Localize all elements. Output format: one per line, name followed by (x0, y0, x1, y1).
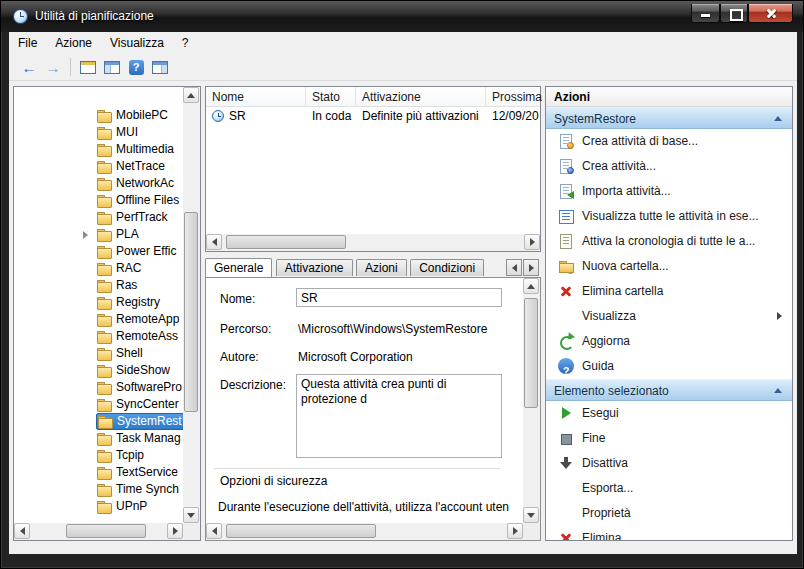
tree-item[interactable]: NetworkAc (14, 175, 183, 192)
scroll-down-button[interactable] (523, 507, 539, 523)
actions-title: Azioni (546, 87, 792, 107)
help-button[interactable] (124, 56, 148, 78)
percorso-label: Percorso: (220, 322, 271, 336)
menu-help[interactable]: ? (173, 34, 198, 52)
actions-group-systemrestore[interactable]: SystemRestore (546, 107, 792, 129)
close-button[interactable] (748, 4, 793, 23)
menu-azione[interactable]: Azione (46, 34, 101, 52)
tree-item[interactable]: RemoteApp (14, 311, 183, 328)
tree-item[interactable]: SyncCenter (14, 396, 183, 413)
tree-item-label: NetworkAc (116, 175, 174, 192)
scroll-left-button[interactable] (206, 523, 222, 539)
scroll-up-button[interactable] (183, 87, 199, 103)
tree-item[interactable]: PLA (14, 226, 183, 243)
tree-item-label: Time Synch (116, 481, 179, 498)
tree-item[interactable]: Power Effic (14, 243, 183, 260)
tree-horizontal-scrollbar[interactable] (14, 523, 183, 540)
scrollbar-thumb[interactable] (524, 298, 538, 408)
tree-item[interactable]: Time Synch (14, 481, 183, 498)
menu-visualizza[interactable]: Visualizza (101, 34, 173, 52)
column-header-prossima[interactable]: Prossima (486, 87, 542, 106)
tab-scroll-right-button[interactable] (523, 259, 539, 276)
tree-item[interactable]: MUI (14, 124, 183, 141)
tree-item[interactable]: Tcpip (14, 447, 183, 464)
autore-value: Microsoft Corporation (298, 350, 413, 364)
task-list-horizontal-scrollbar[interactable] (206, 234, 540, 251)
console-tree-toggle-button[interactable] (100, 56, 124, 78)
menu-file[interactable]: File (9, 34, 46, 52)
scrollbar-thumb[interactable] (226, 235, 346, 249)
actions-group-elemento-selezionato[interactable]: Elemento selezionato (546, 379, 792, 401)
action-esegui[interactable]: Esegui (546, 401, 792, 426)
scroll-right-button[interactable] (507, 523, 523, 539)
action-proprieta[interactable]: Proprietà (546, 501, 792, 526)
tab-azioni[interactable]: Azioni (356, 259, 407, 276)
scroll-down-button[interactable] (183, 507, 199, 523)
tree-item[interactable]: RemoteAss (14, 328, 183, 345)
tree-vertical-scrollbar[interactable] (183, 87, 200, 523)
action-label: Crea attività di base... (582, 134, 698, 148)
tree-item[interactable]: PerfTrack (14, 209, 183, 226)
scrollbar-thumb[interactable] (184, 212, 198, 412)
action-disattiva[interactable]: Disattiva (546, 451, 792, 476)
column-header-nome[interactable]: Nome (206, 87, 306, 106)
tree-item[interactable]: Multimedia (14, 141, 183, 158)
tab-condizioni[interactable]: Condizioni (410, 259, 484, 276)
maximize-button[interactable] (720, 4, 748, 23)
tree-item[interactable]: UPnP (14, 498, 183, 515)
scrollbar-thumb[interactable] (226, 524, 376, 538)
tree-item[interactable]: NetTrace (14, 158, 183, 175)
action-guida[interactable]: Guida (546, 354, 792, 379)
tree-item[interactable]: RAC (14, 260, 183, 277)
tab-generale[interactable]: Generale (205, 258, 272, 277)
tree-item[interactable]: TextService (14, 464, 183, 481)
scrollbar-thumb[interactable] (66, 524, 146, 538)
tree-item[interactable]: SideShow (14, 362, 183, 379)
action-crea-attivita-di-base[interactable]: Crea attività di base... (546, 129, 792, 154)
task-row[interactable]: SR In coda Definite più attivazioni 12/0… (206, 107, 540, 125)
tree-item[interactable]: Registry (14, 294, 183, 311)
descrizione-field[interactable]: Questa attività crea punti di protezione… (296, 374, 502, 458)
task-clock-icon (212, 110, 224, 122)
scroll-left-button[interactable] (206, 234, 222, 250)
action-visualizza[interactable]: Visualizza (546, 304, 792, 329)
export-window-button[interactable] (76, 56, 100, 78)
left-arrow-icon (212, 527, 217, 535)
action-elimina[interactable]: Elimina (546, 526, 792, 541)
action-elimina-cartella[interactable]: Elimina cartella (546, 279, 792, 304)
task-scheduler-icon (13, 9, 28, 24)
expander-icon[interactable] (83, 231, 88, 239)
scroll-up-button[interactable] (523, 278, 539, 294)
forward-button[interactable]: → (41, 56, 65, 78)
tree-item-selected[interactable]: SystemRest (14, 413, 183, 430)
tree-item[interactable]: Task Manag (14, 430, 183, 447)
nome-field[interactable]: SR (296, 288, 502, 307)
details-vertical-scrollbar[interactable] (523, 278, 540, 523)
minimize-button[interactable] (691, 4, 720, 23)
action-aggiorna[interactable]: Aggiorna (546, 329, 792, 354)
action-esporta[interactable]: Esporta... (546, 476, 792, 501)
action-pane-toggle-button[interactable] (148, 56, 172, 78)
column-header-stato[interactable]: Stato (306, 87, 356, 106)
scroll-right-button[interactable] (167, 523, 183, 539)
scroll-right-button[interactable] (524, 234, 540, 250)
action-importa-attivita[interactable]: Importa attività... (546, 179, 792, 204)
tab-scroll-left-button[interactable] (506, 259, 522, 276)
back-arrow-icon: ← (22, 59, 37, 76)
scroll-left-button[interactable] (14, 523, 30, 539)
back-button[interactable]: ← (17, 56, 41, 78)
tree-item[interactable]: Shell (14, 345, 183, 362)
tree-item[interactable]: MobilePC (14, 107, 183, 124)
details-horizontal-scrollbar[interactable] (206, 523, 523, 540)
action-crea-attivita[interactable]: Crea attività... (546, 154, 792, 179)
action-fine[interactable]: Fine (546, 426, 792, 451)
tab-attivazione[interactable]: Attivazione (276, 259, 353, 276)
tree-item[interactable]: Ras (14, 277, 183, 294)
action-visualizza-attivita-in-esecuzione[interactable]: Visualizza tutte le attività in ese... (546, 204, 792, 229)
tree-item[interactable]: Offline Files (14, 192, 183, 209)
column-header-attivazione[interactable]: Attivazione (356, 87, 486, 106)
action-nuova-cartella[interactable]: Nuova cartella... (546, 254, 792, 279)
action-attiva-cronologia[interactable]: Attiva la cronologia di tutte le a... (546, 229, 792, 254)
tree-item[interactable]: SoftwarePro (14, 379, 183, 396)
tree-item-label: SystemRest (117, 413, 182, 430)
